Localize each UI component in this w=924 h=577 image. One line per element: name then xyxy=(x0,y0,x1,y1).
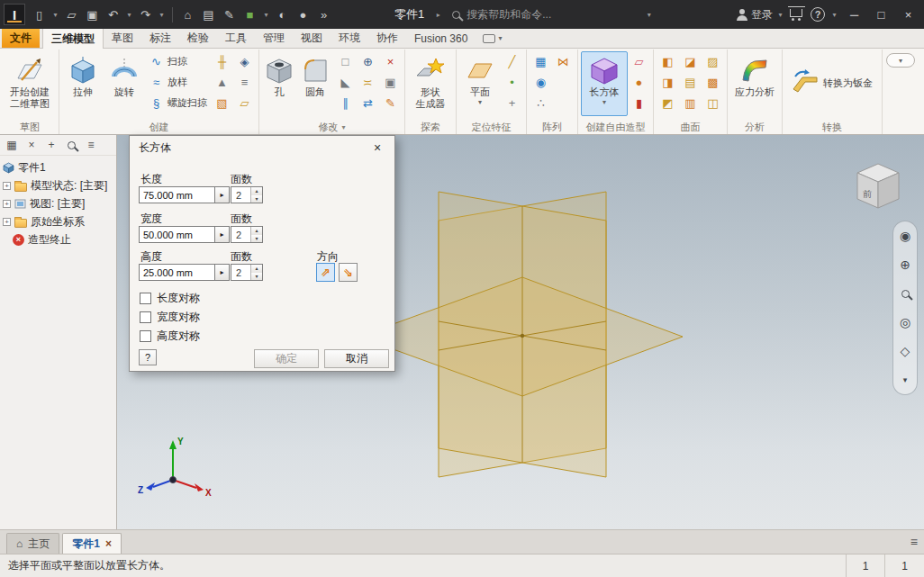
group-label-pattern[interactable]: 阵列 xyxy=(529,120,575,134)
search-input[interactable] xyxy=(467,8,638,21)
tab-environments[interactable]: 环境 xyxy=(331,29,368,48)
minimize-button[interactable]: ─ xyxy=(842,3,866,26)
undo-button[interactable]: ↶ xyxy=(104,4,122,25)
spin-down-icon[interactable]: ▾ xyxy=(251,195,262,203)
render-button[interactable]: ● xyxy=(294,4,313,25)
group-label-surface[interactable]: 曲面 xyxy=(656,120,725,134)
tab-sketch[interactable]: 草图 xyxy=(104,29,141,48)
group-label-explore[interactable]: 探索 xyxy=(407,120,454,134)
length-flyout-button[interactable]: ▸ xyxy=(215,186,230,203)
group-label-freeform[interactable]: 创建自由造型 xyxy=(580,120,651,134)
combine-button[interactable]: ⊕ xyxy=(358,51,378,72)
fillet-button[interactable]: 圆角 xyxy=(296,51,334,116)
faces-spinner-1[interactable]: 2 ▴▾ xyxy=(231,186,263,203)
group-label-work-features[interactable]: 定位特征 xyxy=(458,120,524,134)
redo-dropdown[interactable]: ▾ xyxy=(157,4,167,25)
appearance-button[interactable]: ◐ xyxy=(273,4,292,25)
ribbon-collapse-button[interactable]: ▾ xyxy=(886,53,915,68)
spin-up-icon[interactable]: ▴ xyxy=(251,227,262,235)
direct-edit-button[interactable]: ✎ xyxy=(380,93,401,113)
split-button[interactable]: ∥ xyxy=(335,93,356,113)
group-label-convert[interactable]: 转换 xyxy=(784,120,880,134)
tab-manage[interactable]: 管理 xyxy=(255,29,293,48)
emboss-button[interactable]: ▲ xyxy=(212,72,232,93)
tab-inspect[interactable]: 检验 xyxy=(179,29,217,48)
group-label-create[interactable]: 创建 xyxy=(61,120,257,134)
cancel-button[interactable]: 取消 xyxy=(324,349,389,368)
dialog-help-button[interactable]: ? xyxy=(139,349,157,365)
new-file-button[interactable]: ▯ xyxy=(30,4,49,25)
extend-surface-button[interactable]: ◪ xyxy=(680,51,701,72)
hole-button[interactable]: 孔 xyxy=(262,51,296,116)
help-search[interactable]: ▾ xyxy=(445,5,672,24)
tree-item-end-of-part[interactable]: × 造型终止 xyxy=(0,230,116,248)
unwrap-button[interactable]: ▱ xyxy=(234,93,255,113)
width-flyout-button[interactable]: ▸ xyxy=(215,226,230,243)
work-axis-button[interactable]: ╱ xyxy=(502,51,522,72)
spin-down-icon[interactable]: ▾ xyxy=(251,235,262,243)
ok-button[interactable]: 确定 xyxy=(254,349,319,368)
direction-button-1[interactable]: ⇗ xyxy=(316,263,335,282)
search-dropdown[interactable]: ▾ xyxy=(644,4,654,25)
extrude-button[interactable]: 拉伸 xyxy=(62,51,104,116)
convert-sheetmetal-button[interactable]: 转换为钣金 xyxy=(785,51,879,114)
length-input[interactable] xyxy=(139,186,215,203)
freeform-sphere-button[interactable]: ● xyxy=(629,72,649,93)
sweep-button[interactable]: ∿ 扫掠 xyxy=(146,51,210,72)
maximize-button[interactable]: □ xyxy=(869,3,893,26)
tab-collaborate[interactable]: 协作 xyxy=(368,29,406,48)
replace-face-button[interactable]: ▥ xyxy=(680,93,701,113)
material-dropdown[interactable]: ▾ xyxy=(261,4,271,25)
undo-dropdown[interactable]: ▾ xyxy=(124,4,134,25)
redo-button[interactable]: ↷ xyxy=(136,4,155,25)
tab-file[interactable]: 文件 xyxy=(2,29,40,48)
faces-spinner-2[interactable]: 2 ▴▾ xyxy=(231,226,263,243)
browser-menu-icon[interactable]: ≡ xyxy=(85,138,97,152)
move-face-button[interactable]: ⇄ xyxy=(358,93,378,113)
tab-view[interactable]: 视图 xyxy=(293,29,331,48)
ruled-surface-button[interactable]: ◫ xyxy=(702,93,723,113)
home-button[interactable]: ⌂ xyxy=(178,4,197,25)
stress-analysis-button[interactable]: 应力分析 xyxy=(730,51,779,116)
decal-button[interactable]: ▧ xyxy=(212,93,232,113)
derive-button[interactable]: ◈ xyxy=(234,51,255,72)
help-button[interactable]: ? xyxy=(811,7,825,22)
tab-annotate[interactable]: 标注 xyxy=(141,29,179,48)
expander-icon[interactable]: + xyxy=(3,218,11,226)
work-point-button[interactable]: • xyxy=(502,72,522,93)
symmetric-height-checkbox[interactable] xyxy=(140,330,151,342)
shell-button[interactable]: □ xyxy=(335,51,356,72)
work-plane-button[interactable]: 平面 ▾ xyxy=(459,51,501,116)
height-input[interactable] xyxy=(139,264,215,281)
expander-icon[interactable]: + xyxy=(3,182,11,190)
document-switcher[interactable]: ▸ xyxy=(433,4,443,25)
direction-button-2[interactable]: ⇘ xyxy=(339,263,358,282)
loft-button[interactable]: ≈ 放样 xyxy=(146,72,210,93)
thicken-button[interactable]: ≍ xyxy=(358,72,378,93)
edit-button[interactable]: ✎ xyxy=(220,4,239,25)
tree-item-views[interactable]: + 视图: [主要] xyxy=(0,194,116,212)
orbit-icon[interactable]: ◎ xyxy=(897,314,913,330)
tab-fusion360[interactable]: Fusion 360 xyxy=(406,29,476,48)
delete-surface-button[interactable]: ▨ xyxy=(702,51,723,72)
tree-item-part-root[interactable]: 零件1 xyxy=(0,158,116,176)
save-button[interactable]: ▣ xyxy=(83,4,102,25)
browser-add-icon[interactable]: + xyxy=(45,138,58,152)
navbar-more-icon[interactable]: ▾ xyxy=(897,372,913,388)
dialog-title-bar[interactable]: 长方体 × xyxy=(130,136,394,159)
open-button[interactable]: ▱ xyxy=(62,4,81,25)
tab-home[interactable]: ⌂ 主页 xyxy=(6,533,59,554)
close-button[interactable]: × xyxy=(896,3,920,26)
freeform-cylinder-button[interactable]: ▮ xyxy=(629,93,649,113)
store-cart-icon[interactable] xyxy=(790,9,802,17)
shape-generator-button[interactable]: 形状 生成器 xyxy=(408,51,453,116)
delete-face-button[interactable]: × xyxy=(380,51,401,72)
browser-close-icon[interactable]: × xyxy=(25,138,38,152)
symmetric-length-checkbox[interactable] xyxy=(140,293,151,304)
thread-button[interactable]: ≡ xyxy=(234,72,255,93)
login-button[interactable]: 登录 xyxy=(751,7,773,23)
symmetric-height-row[interactable]: 高度对称 xyxy=(140,329,200,344)
sketch-driven-pattern-button[interactable]: ∴ xyxy=(530,93,551,113)
width-input[interactable] xyxy=(139,226,215,243)
pan-icon[interactable]: ⊕ xyxy=(897,257,913,273)
